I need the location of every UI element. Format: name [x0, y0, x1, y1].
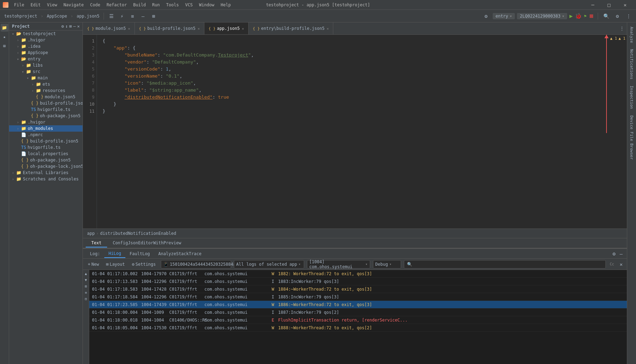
log-layout-btn[interactable]: ⊞ Layout: [104, 261, 127, 267]
device-select[interactable]: 📱 150100424a544434520325884ab34900 ▾: [161, 260, 231, 269]
tree-gear-icon[interactable]: ⚙: [61, 24, 64, 29]
project-view-btn[interactable]: ☰: [107, 12, 116, 21]
log-clear-btn[interactable]: ✕: [618, 261, 624, 268]
tree-close-icon[interactable]: ✕: [77, 24, 80, 29]
tree-item-hvigorfile-ts[interactable]: TShvigorfile.ts: [9, 144, 83, 151]
scroll-filter-1[interactable]: ▼: [83, 277, 89, 283]
log-row[interactable]: 01-04 01:18:00.0181004-1004C01406/OHOS::…: [89, 316, 627, 324]
filter-btn-2[interactable]: ≡: [83, 290, 89, 295]
tree-item-oh-package-json5[interactable]: { }oh-package.json5: [9, 157, 83, 163]
menu-item-tools[interactable]: Tools: [163, 2, 182, 8]
process-filter-select[interactable]: [1004] com.ohos.systemui ▾: [307, 260, 370, 269]
menu-item-build[interactable]: Build: [130, 2, 149, 8]
minimize-button[interactable]: ─: [585, 0, 601, 10]
log-settings-btn[interactable]: ⚙ Settings: [130, 261, 158, 267]
analyze-panel-icon[interactable]: Analyze: [628, 24, 635, 46]
tree-sort-icon[interactable]: ↕: [65, 24, 68, 29]
tabs-more-button[interactable]: ⋮: [617, 26, 627, 31]
tab-build-profile[interactable]: { } build-profile.json5 ✕: [135, 22, 204, 34]
tree-expand-icon[interactable]: ⊞: [69, 24, 72, 29]
tab-close-build[interactable]: ✕: [198, 27, 200, 31]
log-row[interactable]: 01-04 01:17:10.0021004-17970C01719/ffrtc…: [89, 270, 627, 278]
toolbar-icon-4[interactable]: ⊞: [149, 12, 158, 21]
tree-item--hvigor[interactable]: ›📁.hvigor: [9, 37, 83, 43]
toolbar-icon-3[interactable]: —: [138, 12, 147, 21]
menu-item-view[interactable]: View: [44, 2, 60, 8]
tree-item-oh-package-lock-json5[interactable]: { }oh-package-lock.json5: [9, 163, 83, 170]
log-minimize-icon[interactable]: —: [618, 250, 624, 257]
tree-item-hvigorfile-ts[interactable]: TShvigorfile.ts: [9, 106, 83, 113]
scroll-up-btn[interactable]: ▲: [83, 271, 89, 276]
log-tab-analyze[interactable]: AnalyzeStackTrace: [154, 250, 206, 258]
tab-close-entry[interactable]: ✕: [327, 27, 329, 31]
level-filter-select[interactable]: Debug ▾: [373, 260, 401, 269]
run-config-selector[interactable]: entry ▾: [493, 13, 515, 19]
log-row[interactable]: 01-04 01:17:23.5851004-17439C01719/ffrtc…: [89, 301, 627, 309]
menu-item-vcs[interactable]: VCS: [182, 2, 196, 8]
log-tab-log[interactable]: Log:: [86, 250, 104, 258]
log-row[interactable]: 01-04 01:18:05.0041004-17530C01719/ffrtc…: [89, 324, 627, 332]
menu-item-window[interactable]: Window: [196, 2, 217, 8]
toolbar-icon-2[interactable]: ≡: [128, 12, 137, 21]
tree-item-resources[interactable]: ›📁resources: [9, 87, 83, 94]
menu-item-help[interactable]: Help: [218, 2, 234, 8]
mode-tab-text[interactable]: Text: [86, 239, 107, 247]
log-new-btn[interactable]: + New: [86, 261, 101, 267]
log-tab-hilog[interactable]: HiLog: [104, 250, 125, 258]
search-everywhere-btn[interactable]: 🔍: [602, 12, 611, 21]
appscope-label[interactable]: AppScope: [45, 13, 68, 19]
menu-item-edit[interactable]: Edit: [28, 2, 44, 8]
tree-item-main[interactable]: ▾📁main: [9, 75, 83, 81]
tree-item-build-profile-json5[interactable]: { }build-profile.json5: [9, 100, 83, 106]
run-button[interactable]: ▶: [569, 13, 573, 19]
tab-app-json5[interactable]: { } app.json5 ✕: [204, 22, 249, 34]
tree-item-oh-package-json5[interactable]: { }oh-package.json5: [9, 113, 83, 119]
breadcrumb-app[interactable]: app: [87, 231, 95, 236]
log-search-input[interactable]: [404, 260, 606, 269]
tree-item-ets[interactable]: ›📁ets: [9, 81, 83, 87]
tree-item--hvigor[interactable]: ›📁.hvigor: [9, 119, 83, 125]
tab-entry-build[interactable]: { } entry\build-profile.json5 ✕: [249, 22, 334, 34]
more-actions-btn[interactable]: ⋮: [624, 12, 633, 21]
filter-btn-1[interactable]: ⊞: [83, 283, 89, 289]
maximize-button[interactable]: □: [601, 0, 617, 10]
tab-close-app[interactable]: ✕: [242, 27, 244, 31]
menu-item-refactor[interactable]: Refactor: [104, 2, 130, 8]
structure-icon[interactable]: ⊞: [1, 42, 8, 50]
tree-item--npmrc[interactable]: 📄.npmrc: [9, 132, 83, 138]
log-tab-faultlog[interactable]: FaultLog: [125, 250, 154, 258]
menu-item-navigate[interactable]: Navigate: [61, 2, 87, 8]
tree-item-appscope[interactable]: ›📁AppScope: [9, 49, 83, 56]
breadcrumb-field[interactable]: distributedNotificationEnabled: [100, 231, 176, 236]
tree-item-oh-modules[interactable]: ›📁oh_modules: [9, 125, 83, 132]
tab-close-module[interactable]: ✕: [128, 27, 130, 31]
close-button[interactable]: ✕: [617, 0, 633, 10]
debug-button[interactable]: 🐞: [575, 13, 582, 19]
log-row[interactable]: 01-04 01:17:18.5831004-17428C01719/ffrtc…: [89, 285, 627, 293]
tab-module-json5[interactable]: { } module.json5 ✕: [83, 22, 135, 34]
tree-item-build-profile-json5[interactable]: { }build-profile.json5: [9, 138, 83, 144]
log-row[interactable]: 01-04 01:17:13.5831004-12296C01719/ffrtc…: [89, 278, 627, 285]
toolbar-icon-1[interactable]: ⚡: [117, 12, 126, 21]
app-filter-select[interactable]: All logs of selected app ▾: [234, 260, 304, 269]
tree-item-module-json5[interactable]: { }module.json5: [9, 94, 83, 100]
favorite-icon[interactable]: ★: [1, 33, 8, 41]
tree-item-libs[interactable]: ›📁libs: [9, 62, 83, 68]
filter-btn-3[interactable]: ⊟: [83, 296, 89, 302]
mode-tab-config[interactable]: ConfigJsonEditorWithPreview: [107, 239, 187, 247]
settings-gear-icon[interactable]: ⚙: [481, 12, 491, 21]
project-panel-icon[interactable]: 📁: [1, 24, 8, 32]
menu-item-run[interactable]: Run: [149, 2, 163, 8]
stop-button[interactable]: ⏹: [589, 13, 594, 19]
menu-item-file[interactable]: File: [11, 2, 27, 8]
log-row[interactable]: 01-04 01:18:00.0041004-1009C01719/ffrtco…: [89, 309, 627, 316]
tree-item-local-properties[interactable]: 📄local.properties: [9, 151, 83, 157]
tree-collapse-icon[interactable]: —: [73, 24, 76, 29]
tree-item-entry[interactable]: ▾📂entry: [9, 56, 83, 62]
code-editor[interactable]: { "app": { "bundleName": "com.DefaultCom…: [97, 35, 627, 229]
tree-item-external-libraries[interactable]: ›📁External Libraries: [9, 170, 83, 176]
file-label[interactable]: app.json5: [75, 13, 101, 19]
device-config-selector[interactable]: 2LQ0224129000383 ▾: [517, 13, 567, 19]
tree-item-testohproject[interactable]: ▾📂testohproject: [9, 31, 83, 37]
tree-item--idea[interactable]: ›📁.idea: [9, 43, 83, 49]
